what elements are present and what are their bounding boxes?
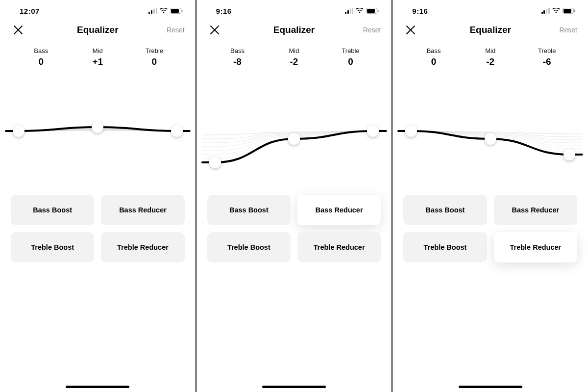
- nav-bar: Equalizer Reset: [0, 18, 196, 42]
- svg-rect-5: [378, 10, 379, 12]
- battery-icon: [366, 8, 379, 14]
- eq-curve[interactable]: [392, 67, 588, 195]
- preset-label: Bass Reducer: [316, 206, 363, 214]
- preset-label: Treble Reducer: [510, 243, 561, 251]
- status-bar: 9:16: [196, 0, 392, 18]
- wifi-icon: [552, 8, 560, 14]
- eq-band-readout: Bass 0 Mid +1 Treble 0: [0, 42, 196, 67]
- band-value-treble: 0: [329, 56, 373, 67]
- preset-treble-reducer[interactable]: Treble Reducer: [101, 232, 184, 262]
- preset-label: Treble Boost: [227, 243, 270, 251]
- home-indicator[interactable]: [66, 386, 129, 388]
- band-label: Treble: [525, 47, 569, 54]
- eq-knob-bass[interactable]: [13, 125, 24, 137]
- preset-bass-reducer[interactable]: Bass Reducer: [494, 195, 577, 225]
- reset-button[interactable]: Reset: [167, 26, 185, 34]
- page-title: Equalizer: [469, 25, 511, 35]
- battery-icon: [563, 8, 575, 14]
- band-treble: Treble -6: [525, 47, 569, 67]
- status-bar: 12:07: [0, 0, 196, 18]
- phone-frame: 9:16 Equalizer Reset Bass 0: [392, 0, 588, 392]
- status-clock: 12:07: [20, 7, 40, 15]
- eq-knob-mid[interactable]: [485, 133, 496, 145]
- band-label: Mid: [75, 47, 120, 54]
- phone-frame: 9:16 Equalizer Reset Bass -8: [196, 0, 392, 392]
- svg-rect-7: [564, 9, 571, 13]
- wifi-icon: [356, 8, 364, 14]
- preset-grid: Bass Boost Bass Reducer Treble Boost Tre…: [392, 195, 588, 262]
- eq-curve[interactable]: [196, 67, 392, 195]
- preset-label: Bass Reducer: [119, 206, 167, 214]
- preset-label: Bass Reducer: [512, 206, 559, 214]
- eq-band-readout: Bass -8 Mid -2 Treble 0: [196, 42, 392, 67]
- eq-band-readout: Bass 0 Mid -2 Treble -6: [392, 42, 588, 67]
- band-value-mid: -2: [272, 56, 316, 67]
- band-value-bass: -8: [215, 56, 259, 67]
- preset-label: Treble Boost: [424, 243, 467, 251]
- status-clock: 9:16: [412, 7, 428, 15]
- band-value-treble: 0: [132, 56, 176, 67]
- nav-bar: Equalizer Reset: [392, 18, 588, 42]
- close-icon[interactable]: [209, 25, 220, 35]
- band-value-bass: 0: [19, 56, 63, 67]
- band-label: Mid: [468, 47, 513, 54]
- svg-rect-4: [367, 9, 375, 13]
- preset-grid: Bass Boost Bass Reducer Treble Boost Tre…: [196, 195, 392, 262]
- preset-label: Bass Boost: [33, 206, 72, 214]
- preset-treble-boost[interactable]: Treble Boost: [207, 232, 291, 262]
- preset-label: Treble Reducer: [117, 243, 169, 251]
- wifi-icon: [160, 8, 168, 14]
- band-value-mid: -2: [468, 56, 513, 67]
- eq-knob-bass[interactable]: [209, 157, 221, 168]
- home-indicator[interactable]: [459, 386, 522, 388]
- status-bar: 9:16: [392, 0, 588, 18]
- band-value-mid: +1: [75, 56, 120, 67]
- band-treble: Treble 0: [329, 47, 373, 67]
- eq-knob-treble[interactable]: [171, 125, 183, 137]
- eq-knob-mid[interactable]: [288, 133, 300, 145]
- preset-bass-reducer[interactable]: Bass Reducer: [297, 195, 381, 225]
- band-label: Treble: [329, 47, 373, 54]
- reset-button[interactable]: Reset: [559, 26, 577, 34]
- preset-bass-boost[interactable]: Bass Boost: [403, 195, 487, 225]
- eq-knob-treble[interactable]: [367, 125, 379, 137]
- phone-frame: 12:07 Equalizer Reset Bass 0: [0, 0, 196, 392]
- eq-knob-bass[interactable]: [405, 125, 417, 137]
- preset-treble-reducer[interactable]: Treble Reducer: [297, 232, 381, 262]
- page-title: Equalizer: [273, 25, 315, 35]
- band-label: Bass: [215, 47, 259, 54]
- preset-label: Bass Boost: [426, 206, 465, 214]
- page-title: Equalizer: [77, 25, 118, 35]
- band-mid: Mid -2: [468, 47, 513, 67]
- preset-treble-boost[interactable]: Treble Boost: [11, 232, 94, 262]
- signal-icon: [148, 8, 157, 14]
- preset-treble-reducer[interactable]: Treble Reducer: [494, 232, 577, 262]
- home-indicator[interactable]: [262, 386, 326, 388]
- nav-bar: Equalizer Reset: [196, 18, 392, 42]
- preset-bass-reducer[interactable]: Bass Reducer: [101, 195, 184, 225]
- band-label: Bass: [19, 47, 63, 54]
- eq-curve[interactable]: [0, 67, 196, 195]
- battery-icon: [170, 8, 183, 14]
- preset-bass-boost[interactable]: Bass Boost: [207, 195, 291, 225]
- status-icons: [541, 8, 575, 14]
- preset-label: Treble Boost: [31, 243, 74, 251]
- band-label: Treble: [132, 47, 176, 54]
- band-bass: Bass -8: [215, 47, 259, 67]
- band-value-treble: -6: [525, 56, 569, 67]
- band-bass: Bass 0: [412, 47, 456, 67]
- svg-rect-1: [171, 9, 179, 13]
- eq-knob-mid[interactable]: [92, 121, 103, 133]
- band-label: Mid: [272, 47, 316, 54]
- band-mid: Mid +1: [75, 47, 120, 67]
- status-clock: 9:16: [216, 7, 232, 15]
- preset-treble-boost[interactable]: Treble Boost: [403, 232, 487, 262]
- close-icon[interactable]: [13, 25, 24, 35]
- preset-bass-boost[interactable]: Bass Boost: [11, 195, 94, 225]
- band-value-bass: 0: [412, 56, 456, 67]
- close-icon[interactable]: [405, 25, 416, 35]
- reset-button[interactable]: Reset: [363, 26, 381, 34]
- eq-knob-treble[interactable]: [564, 149, 575, 160]
- status-icons: [345, 8, 379, 14]
- band-mid: Mid -2: [272, 47, 316, 67]
